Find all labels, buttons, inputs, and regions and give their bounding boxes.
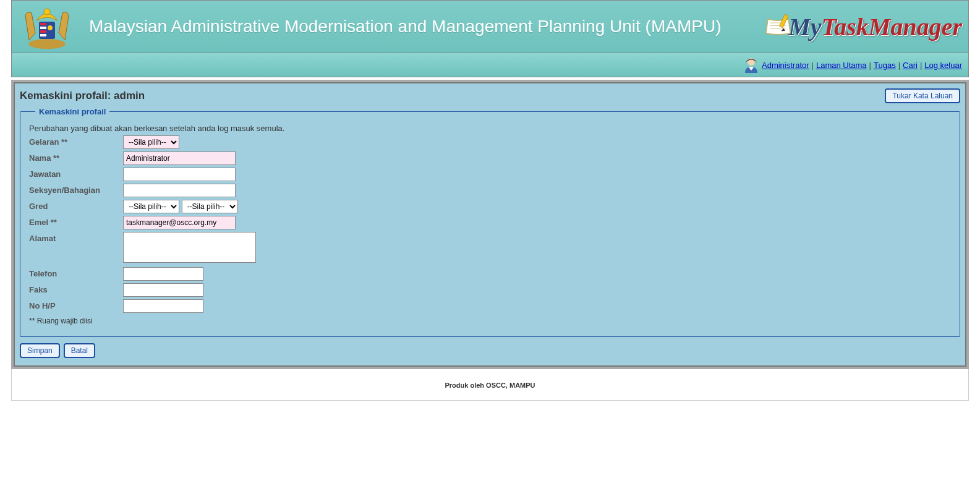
footer-text: Produk oleh OSCC, MAMPU xyxy=(445,382,535,389)
crest-logo xyxy=(18,3,77,50)
panel-title: Kemaskini profail: admin xyxy=(20,90,145,102)
select-gelaran[interactable]: --Sila pilih-- xyxy=(123,135,179,149)
label-nama: Nama ** xyxy=(29,152,123,163)
svg-point-7 xyxy=(44,9,50,15)
input-emel[interactable] xyxy=(123,216,236,229)
select-gred-2[interactable]: --Sila pilih-- xyxy=(182,200,238,213)
svg-rect-4 xyxy=(40,30,46,33)
svg-point-0 xyxy=(28,39,66,49)
svg-rect-3 xyxy=(40,27,46,29)
logo-my: My xyxy=(788,12,821,41)
nav-administrator[interactable]: Administrator xyxy=(762,61,809,70)
nav-tasks[interactable]: Tugas xyxy=(874,61,896,70)
profile-fieldset: Kemaskini profail Perubahan yang dibuat … xyxy=(20,107,960,337)
header-bar: Malaysian Administrative Modernisation a… xyxy=(11,0,969,53)
cancel-button[interactable]: Batal xyxy=(64,343,95,358)
content-wrap: Kemaskini profail: admin Tukar Kata Lalu… xyxy=(11,80,969,369)
user-icon xyxy=(743,57,759,73)
content-inner: Kemaskini profail: admin Tukar Kata Lalu… xyxy=(14,82,966,367)
label-gelaran: Gelaran ** xyxy=(29,135,123,147)
label-alamat: Alamat xyxy=(29,232,123,243)
textarea-alamat[interactable] xyxy=(123,232,256,263)
select-gred-1[interactable]: --Sila pilih-- xyxy=(123,200,179,213)
nav-search[interactable]: Cari xyxy=(903,61,918,70)
label-emel: Emel ** xyxy=(29,216,123,227)
org-title: Malaysian Administrative Modernisation a… xyxy=(89,16,764,37)
input-faks[interactable] xyxy=(123,283,203,297)
nav-home[interactable]: Laman Utama xyxy=(816,61,867,70)
nav-logout[interactable]: Log keluar xyxy=(924,61,962,70)
input-telefon[interactable] xyxy=(123,267,203,281)
input-nohp[interactable] xyxy=(123,299,203,313)
label-gred: Gred xyxy=(29,200,123,211)
footer: Produk oleh OSCC, MAMPU xyxy=(11,369,969,401)
svg-rect-5 xyxy=(40,34,46,36)
label-jawatan: Jawatan xyxy=(29,168,123,179)
nav-bar: Administrator | Laman Utama | Tugas | Ca… xyxy=(11,53,969,77)
logo-taskmanager: TaskManager xyxy=(822,12,962,41)
input-jawatan[interactable] xyxy=(123,168,236,181)
input-seksyen[interactable] xyxy=(123,184,236,197)
required-note: ** Ruang wajib diisi xyxy=(29,317,951,325)
save-button[interactable]: Simpan xyxy=(20,343,60,358)
label-nohp: No H/P xyxy=(29,299,123,310)
label-telefon: Telefon xyxy=(29,267,123,278)
svg-point-6 xyxy=(48,25,53,30)
form-note: Perubahan yang dibuat akan berkesan sete… xyxy=(29,124,951,133)
label-seksyen: Seksyen/Bahagian xyxy=(29,184,123,195)
svg-rect-2 xyxy=(40,23,46,25)
app-logo: MyTaskManager xyxy=(764,8,962,45)
fieldset-legend: Kemaskini profail xyxy=(35,107,109,116)
change-password-button[interactable]: Tukar Kata Laluan xyxy=(885,88,960,103)
label-faks: Faks xyxy=(29,283,123,294)
input-nama[interactable] xyxy=(123,152,236,165)
